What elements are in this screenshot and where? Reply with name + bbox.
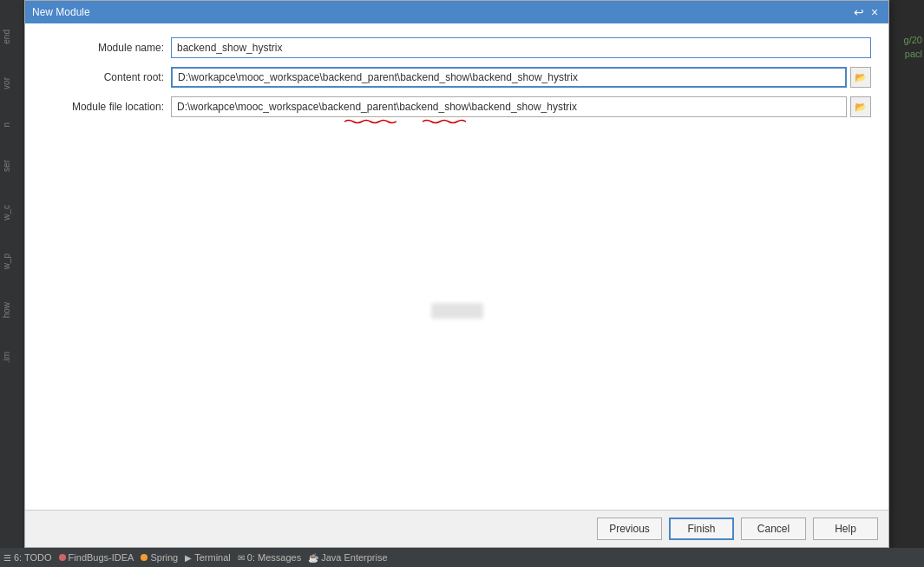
dialog-body: Module name: Content root: 📂 Module file… xyxy=(25,23,888,510)
folder-icon-2: 📂 xyxy=(855,102,867,113)
left-text-5: w_c xyxy=(0,201,24,224)
bottom-bar: ☰ 6: TODO FindBugs-IDEA Spring ▶ Termina… xyxy=(0,548,924,567)
ide-right-panel: g/20 pacl xyxy=(889,35,924,59)
help-button[interactable]: Help xyxy=(813,518,878,540)
left-text-3: n xyxy=(0,119,24,131)
bottom-item-todo[interactable]: ☰ 6: TODO xyxy=(3,552,52,563)
content-root-browse-button[interactable]: 📂 xyxy=(850,67,871,88)
findbugs-label: FindBugs-IDEA xyxy=(69,552,134,563)
content-area xyxy=(43,126,871,496)
folder-icon: 📂 xyxy=(855,72,867,83)
content-root-label: Content root: xyxy=(43,71,164,83)
content-root-row: Content root: 📂 xyxy=(43,67,871,88)
ide-left-panel: end vor n ser w_c w_p how .im xyxy=(0,0,24,548)
java-icon: ☕ xyxy=(308,553,318,563)
new-module-dialog: New Module ↩ × Module name: Content root… xyxy=(24,0,889,548)
dialog-titlebar: New Module ↩ × xyxy=(25,1,888,23)
module-name-input[interactable] xyxy=(171,37,871,58)
finish-button[interactable]: Finish xyxy=(669,518,734,540)
messages-label: 0: Messages xyxy=(247,552,301,563)
right-text-2: pacl xyxy=(889,49,922,59)
module-name-input-wrapper xyxy=(171,37,871,58)
spring-dot xyxy=(141,554,147,561)
blurred-element xyxy=(431,303,483,319)
todo-label: 6: TODO xyxy=(14,552,52,563)
messages-icon: ✉ xyxy=(238,553,245,563)
bottom-item-findbugs[interactable]: FindBugs-IDEA xyxy=(59,552,134,563)
module-file-location-browse-button[interactable]: 📂 xyxy=(850,96,871,117)
module-name-row: Module name: xyxy=(43,37,871,58)
right-text-1: g/20 xyxy=(889,35,922,45)
module-file-location-input[interactable] xyxy=(171,96,847,117)
left-text-8: .im xyxy=(0,348,24,366)
module-file-location-label: Module file location: xyxy=(43,101,164,113)
dialog-title: New Module xyxy=(32,6,90,18)
module-name-label: Module name: xyxy=(43,42,164,54)
todo-icon: ☰ xyxy=(3,553,11,563)
content-root-input-wrapper: 📂 xyxy=(171,67,871,88)
left-text-7: how xyxy=(0,299,24,321)
content-root-input[interactable] xyxy=(171,67,847,88)
previous-button[interactable]: Previous xyxy=(597,518,662,540)
spring-label: Spring xyxy=(150,552,178,563)
left-text-6: w_p xyxy=(0,250,24,273)
module-file-location-input-wrapper: 📂 xyxy=(171,96,871,117)
bottom-item-messages[interactable]: ✉ 0: Messages xyxy=(238,552,301,563)
dialog-close-button[interactable]: × xyxy=(868,5,881,19)
left-text-4: ser xyxy=(0,156,24,175)
java-enterprise-label: Java Enterprise xyxy=(321,552,387,563)
findbugs-dot xyxy=(59,554,66,561)
cancel-button[interactable]: Cancel xyxy=(741,518,806,540)
module-file-location-row: Module file location: xyxy=(43,96,871,117)
dialog-footer: Previous Finish Cancel Help xyxy=(25,510,888,547)
undo-icon[interactable]: ↩ xyxy=(854,5,864,19)
terminal-icon: ▶ xyxy=(185,553,192,563)
terminal-label: Terminal xyxy=(194,552,231,563)
left-text-1: end xyxy=(0,26,24,48)
bottom-item-java-enterprise[interactable]: ☕ Java Enterprise xyxy=(308,552,387,563)
bottom-item-terminal[interactable]: ▶ Terminal xyxy=(185,552,231,563)
left-text-2: vor xyxy=(0,74,24,93)
bottom-item-spring[interactable]: Spring xyxy=(141,552,178,563)
